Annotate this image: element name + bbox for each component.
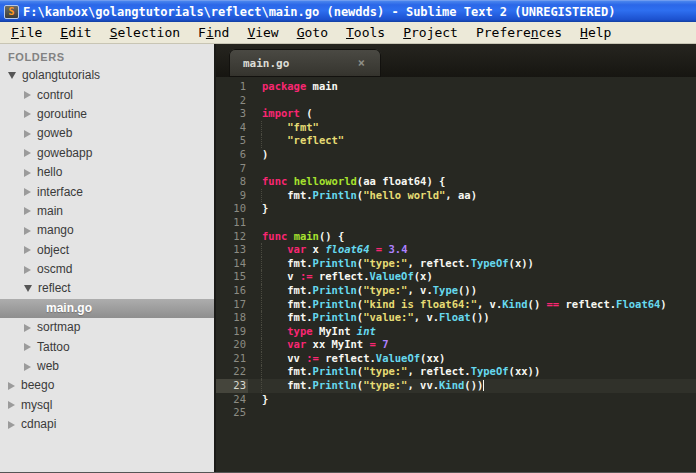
line-number: 24 [216,393,248,407]
code-line-2[interactable]: 2 [216,94,696,108]
code-line-8[interactable]: 8func helloworld(aa float64) { [216,175,696,189]
code-token: Println [313,257,357,269]
tree-item-goweb[interactable]: goweb [0,124,214,143]
chevron-down-icon[interactable] [8,72,16,79]
code-line-7[interactable]: 7 [216,162,696,176]
chevron-right-icon[interactable] [8,421,15,429]
menu-item-edit[interactable]: Edit [51,22,100,44]
code-line-6[interactable]: 6) [216,148,696,162]
tree-item-control[interactable]: control [0,85,214,104]
code-line-4[interactable]: 4 "fmt" [216,121,696,135]
menu-item-project[interactable]: Project [394,22,467,44]
code-token: () { [319,230,344,242]
code-text: ) [248,148,696,162]
menu-item-tools[interactable]: Tools [337,22,394,44]
chevron-right-icon[interactable] [24,110,31,118]
tree-item-interface[interactable]: interface [0,182,214,201]
code-text: import ( [248,107,696,121]
menu-item-view[interactable]: View [238,22,287,44]
menu-item-goto[interactable]: Goto [288,22,337,44]
code-line-5[interactable]: 5 "reflect" [216,134,696,148]
main-split: FOLDERS golangtutorialscontrolgoroutineg… [0,44,696,472]
code-token: xx MyInt [306,338,369,350]
code-line-15[interactable]: 15 v := reflect.ValueOf(x) [216,270,696,284]
tree-item-label: oscmd [37,260,72,279]
tree-item-main-go[interactable]: main.go [0,299,214,318]
menu-item-help[interactable]: Help [571,22,620,44]
code-line-16[interactable]: 16 fmt.Println("type:", v.Type()) [216,284,696,298]
tree-item-web[interactable]: web [0,357,214,376]
tree-item-gowebapp[interactable]: gowebapp [0,144,214,163]
code-token: type [287,325,312,337]
tree-item-label: mango [37,221,74,240]
code-line-20[interactable]: 20 var xx MyInt = 7 [216,338,696,352]
menu-item-preferences[interactable]: Preferences [467,22,571,44]
chevron-right-icon[interactable] [24,130,31,138]
chevron-right-icon[interactable] [24,227,31,235]
code-line-22[interactable]: 22 fmt.Println("type:", reflect.TypeOf(x… [216,365,696,379]
code-token: TypeOf [471,365,509,377]
menu-item-file[interactable]: File [2,22,51,44]
tree-item-oscmd[interactable]: oscmd [0,260,214,279]
code-line-10[interactable]: 10} [216,202,696,216]
code-token: "type:" [363,284,407,296]
code-line-23[interactable]: 23 fmt.Println("type:", vv.Kind()) [216,379,696,393]
tab-main-go[interactable]: main.go × [229,49,381,77]
code-line-18[interactable]: 18 fmt.Println("value:", v.Float()) [216,311,696,325]
chevron-right-icon[interactable] [24,188,31,196]
chevron-right-icon[interactable] [24,343,31,351]
code-line-13[interactable]: 13 var x float64 = 3.4 [216,243,696,257]
line-number: 18 [216,311,248,325]
tree-item-object[interactable]: object [0,241,214,260]
code-line-25[interactable]: 25 [216,406,696,420]
chevron-right-icon[interactable] [24,207,31,215]
line-number: 9 [216,189,248,203]
chevron-right-icon[interactable] [24,363,31,371]
chevron-right-icon[interactable] [24,246,31,254]
tree-item-mysql[interactable]: mysql [0,396,214,415]
chevron-right-icon[interactable] [24,324,31,332]
tree-item-label: main [37,202,63,221]
chevron-right-icon[interactable] [24,91,31,99]
title-bar[interactable]: S F:\kanbox\golangtutorials\reflect\main… [0,0,696,22]
code-text: fmt.Println("kind is float64:", v.Kind()… [248,298,696,312]
code-line-11[interactable]: 11 [216,216,696,230]
code-line-24[interactable]: 24} [216,393,696,407]
code-line-19[interactable]: 19 type MyInt int [216,325,696,339]
chevron-right-icon[interactable] [24,266,31,274]
chevron-right-icon[interactable] [8,382,15,390]
code-token: fmt. [262,257,313,269]
line-number: 17 [216,298,248,312]
tree-item-mango[interactable]: mango [0,221,214,240]
tree-item-goroutine[interactable]: goroutine [0,105,214,124]
tree-item-hello[interactable]: hello [0,163,214,182]
code-line-3[interactable]: 3import ( [216,107,696,121]
code-token: x [306,243,325,255]
menu-item-selection[interactable]: Selection [101,22,189,44]
chevron-right-icon[interactable] [24,149,31,157]
chevron-right-icon[interactable] [24,169,31,177]
code-token: main [294,230,319,242]
tree-item-golangtutorials[interactable]: golangtutorials [0,66,214,85]
code-line-1[interactable]: 1package main [216,80,696,94]
tab-close-icon[interactable]: × [358,57,365,69]
chevron-right-icon[interactable] [8,401,15,409]
tree-item-sortmap[interactable]: sortmap [0,318,214,337]
code-line-9[interactable]: 9 fmt.Println("hello world", aa) [216,189,696,203]
code-line-14[interactable]: 14 fmt.Println("type:", reflect.TypeOf(x… [216,257,696,271]
menu-item-find[interactable]: Find [189,22,238,44]
tree-item-reflect[interactable]: reflect [0,279,214,298]
code-text: package main [248,80,696,94]
tree-item-beego[interactable]: beego [0,376,214,395]
code-area[interactable]: 1package main23import (4 "fmt"5 "reflect… [216,77,696,472]
chevron-down-icon[interactable] [24,285,32,292]
code-token: fmt. [262,365,313,377]
sidebar: FOLDERS golangtutorialscontrolgoroutineg… [0,44,216,472]
code-token: "type:" [363,257,407,269]
tree-item-main[interactable]: main [0,202,214,221]
tree-item-cdnapi[interactable]: cdnapi [0,415,214,434]
code-line-12[interactable]: 12func main() { [216,230,696,244]
code-line-21[interactable]: 21 vv := reflect.ValueOf(xx) [216,352,696,366]
tree-item-tattoo[interactable]: Tattoo [0,337,214,356]
code-line-17[interactable]: 17 fmt.Println("kind is float64:", v.Kin… [216,298,696,312]
